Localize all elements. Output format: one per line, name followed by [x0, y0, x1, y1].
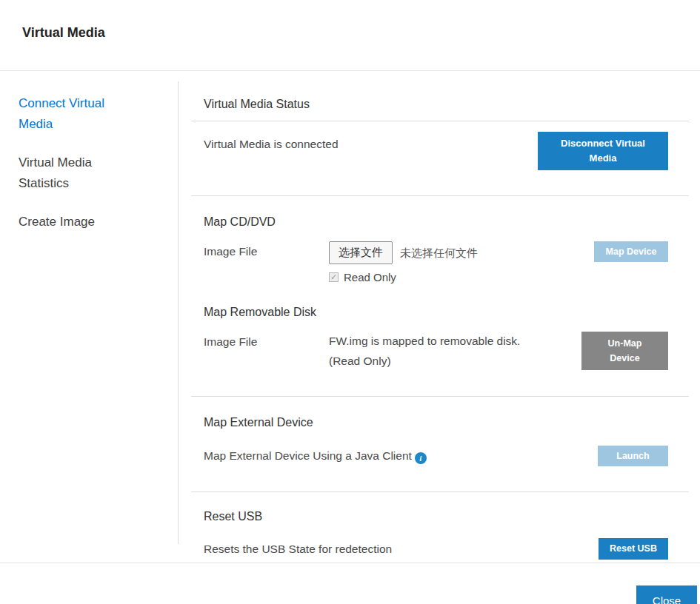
launch-button[interactable]: Launch — [598, 446, 668, 466]
map-external-label: Map External Device Using a Java Client — [204, 449, 412, 462]
sidebar-item-virtual-media-statistics[interactable]: Virtual Media Statistics — [19, 152, 136, 193]
mapped-file-text: FW.img is mapped to removable disk. (Rea… — [329, 332, 520, 371]
divider — [191, 396, 689, 397]
map-external-row: Map External Device Using a Java Clienti… — [204, 446, 689, 466]
divider — [191, 491, 689, 492]
sidebar-item-create-image[interactable]: Create Image — [19, 212, 136, 232]
dialog-content: Connect Virtual Media Virtual Media Stat… — [0, 71, 700, 563]
status-row: Virtual Media is connected Disconnect Vi… — [204, 132, 689, 170]
reset-usb-section-heading: Reset USB — [204, 510, 689, 523]
dialog-title: Virtual Media — [22, 25, 105, 40]
map-removable-section-heading: Map Removable Disk — [204, 306, 689, 319]
no-file-selected-text: 未选择任何文件 — [400, 245, 478, 261]
image-file-label: Image File — [204, 241, 329, 258]
divider — [191, 121, 689, 121]
reset-usb-button[interactable]: Reset USB — [599, 538, 668, 560]
mapped-file-line: FW.img is mapped to removable disk. — [329, 332, 520, 351]
dialog-header: Virtual Media — [0, 0, 700, 71]
choose-file-button[interactable]: 选择文件 — [329, 241, 393, 264]
file-input-widget: 选择文件 未选择任何文件 — [329, 241, 478, 264]
read-only-note: (Read Only) — [329, 352, 520, 371]
map-cd-row: Image File 选择文件 未选择任何文件 Map Device — [204, 241, 689, 264]
map-external-section-heading: Map External Device — [204, 416, 689, 429]
map-removable-row: Image File FW.img is mapped to removable… — [204, 332, 689, 371]
disconnect-virtual-media-button[interactable]: Disconnect Virtual Media — [538, 132, 668, 170]
sidebar-nav: Connect Virtual Media Virtual Media Stat… — [0, 71, 178, 563]
status-message: Virtual Media is connected — [204, 132, 339, 152]
map-device-button[interactable]: Map Device — [594, 241, 668, 262]
map-cd-section-heading: Map CD/DVD — [204, 215, 689, 229]
unmap-device-button[interactable]: Un-Map Device — [581, 332, 668, 370]
sidebar-item-connect-virtual-media[interactable]: Connect Virtual Media — [19, 93, 136, 134]
dialog-footer: Close — [0, 563, 700, 604]
divider — [191, 195, 689, 196]
close-button[interactable]: Close — [636, 585, 697, 604]
info-icon[interactable]: i — [415, 452, 427, 464]
status-section-heading: Virtual Media Status — [204, 98, 689, 111]
map-external-text: Map External Device Using a Java Clienti — [204, 448, 427, 465]
read-only-checkbox[interactable]: ✓ — [329, 272, 339, 282]
main-panel: Virtual Media Status Virtual Media is co… — [178, 81, 700, 544]
read-only-label: Read Only — [344, 271, 396, 283]
reset-usb-text: Resets the USB State for redetection — [204, 541, 392, 557]
read-only-row: ✓ Read Only — [329, 271, 689, 283]
image-file-label: Image File — [204, 332, 329, 349]
reset-usb-row: Resets the USB State for redetection Res… — [204, 538, 689, 560]
